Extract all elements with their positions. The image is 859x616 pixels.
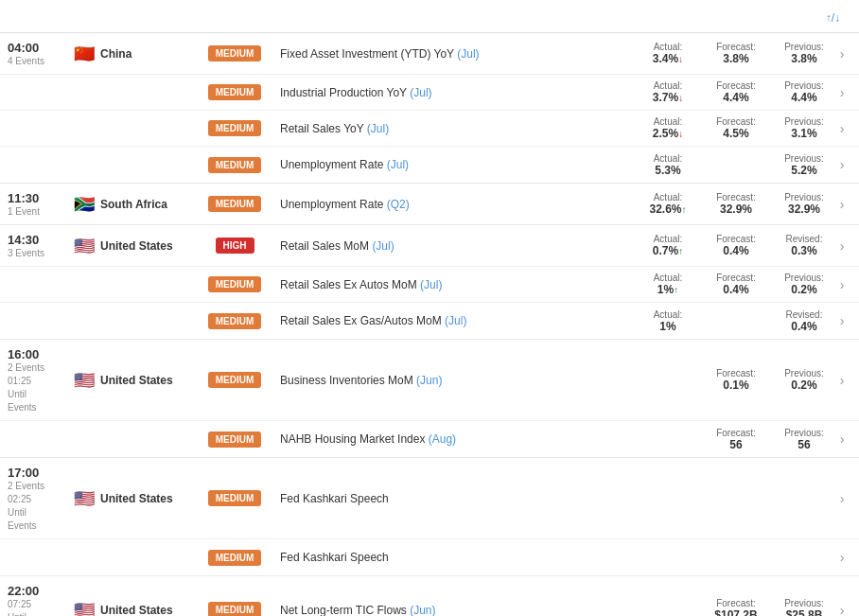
expand-chevron[interactable]: › [833,313,851,328]
expand-chevron[interactable]: › [833,550,851,565]
forecast-block: Forecast:4.4% [708,80,764,104]
actual-value: 2.5%↓ [640,127,696,140]
page-container: ↑/↓ 04:004 Events🇨🇳ChinaMEDIUMFixed Asse… [0,0,859,616]
stats-cell: Forecast:0.1%Previous:0.2% [568,368,833,392]
importance-cell: MEDIUM [197,45,272,62]
event-row[interactable]: 22:0007:25UntilEvent🇺🇸United StatesMEDIU… [0,576,859,616]
actual-block: Actual:2.5%↓ [640,116,696,140]
event-row[interactable]: 04:004 Events🇨🇳ChinaMEDIUMFixed Asset In… [0,33,859,75]
event-name: Unemployment Rate [280,198,383,211]
importance-cell: MEDIUM [197,276,272,292]
forecast-value: 4.5% [708,127,764,140]
event-name: Fed Kashkari Speech [280,492,389,505]
time-sub: 2 Events [8,361,74,375]
previous-value: 0.2% [776,378,833,392]
previous-block: Previous:32.9% [776,192,833,216]
importance-cell: MEDIUM [197,157,272,173]
importance-badge: HIGH [216,238,254,254]
event-row[interactable]: 11:301 Event🇿🇦South AfricaMEDIUMUnemploy… [0,184,859,224]
time-value: 22:00 [8,584,74,598]
flag-icon: 🇿🇦 [74,196,95,213]
event-name-cell: Fed Kashkari Speech [272,492,568,505]
expand-chevron[interactable]: › [833,373,851,388]
previous-value: 0.4% [776,320,833,333]
time-sub: 01:25 [8,375,74,388]
stats-cell: Actual:32.6%↑Forecast:32.9%Previous:32.9… [568,192,833,216]
previous-block: Previous:0.2% [776,273,833,296]
forecast-block: Forecast:$107.2B [708,598,764,616]
expand-chevron[interactable]: › [833,197,851,212]
expand-chevron[interactable]: › [833,491,851,506]
importance-badge: MEDIUM [208,276,262,292]
time-sub: 02:25 [8,493,74,506]
expand-chevron[interactable]: › [833,85,851,100]
stats-cell: Actual:3.4%↓Forecast:3.8%Previous:3.8% [568,42,833,65]
forecast-label: Forecast: [708,368,764,378]
importance-badge: MEDIUM [208,372,262,388]
expand-chevron[interactable]: › [833,431,851,447]
time-sub: 3 Events [8,247,74,260]
previous-label: Previous: [776,80,833,91]
event-row[interactable]: MEDIUMRetail Sales YoY (Jul)Actual:2.5%↓… [0,111,859,147]
event-name-cell: Unemployment Rate (Jul) [272,158,568,171]
actual-label: Actual: [640,192,696,202]
importance-cell: HIGH [197,238,272,254]
forecast-value: 56 [708,438,764,451]
country-name: United States [100,604,173,617]
expand-chevron[interactable]: › [833,277,851,292]
time-cell: 16:002 Events01:25UntilEvents [8,345,74,414]
expand-chevron[interactable]: › [833,603,851,617]
event-row[interactable]: MEDIUMFed Kashkari Speech› [0,539,859,575]
forecast-block: Forecast:32.9% [708,192,764,216]
previous-value: 3.1% [776,127,833,140]
event-row[interactable]: 14:303 Events🇺🇸United StatesHIGHRetail S… [0,225,859,267]
event-name: Fed Kashkari Speech [280,551,389,564]
event-row[interactable]: MEDIUMNAHB Housing Market Index (Aug)For… [0,421,859,457]
event-row[interactable]: 17:002 Events02:25UntilEvents🇺🇸United St… [0,458,859,539]
event-name: Net Long-term TIC Flows [280,604,407,617]
expand-chevron[interactable]: › [833,46,851,62]
event-name: Unemployment Rate [280,158,383,171]
event-period: (Jul) [367,122,389,135]
event-name-cell: Industrial Production YoY (Jul) [272,86,568,99]
previous-label: Previous: [776,428,833,438]
event-row[interactable]: MEDIUMUnemployment Rate (Jul)Actual:5.3%… [0,147,859,183]
forecast-label: Forecast: [708,273,764,283]
importance-cell: MEDIUM [197,84,272,100]
time-group: 16:002 Events01:25UntilEvents🇺🇸United St… [0,340,859,458]
event-row[interactable]: 16:002 Events01:25UntilEvents🇺🇸United St… [0,340,859,421]
forecast-block: Forecast:0.4% [708,273,764,296]
previous-block: Revised:0.3% [776,234,833,257]
previous-value: 5.2% [776,164,833,177]
event-period: (Jul) [387,158,409,171]
importance-badge: MEDIUM [208,490,262,506]
country-name: United States [100,239,173,253]
event-row[interactable]: MEDIUMRetail Sales Ex Gas/Autos MoM (Jul… [0,303,859,339]
event-row[interactable]: MEDIUMIndustrial Production YoY (Jul)Act… [0,75,859,111]
expand-chevron[interactable]: › [833,157,851,172]
time-sub: Until [8,611,74,616]
forecast-value: 0.4% [708,283,764,296]
time-cell: 11:301 Event [8,189,74,219]
country-cell: 🇺🇸United States [74,602,197,617]
actual-block: Actual:1% [640,309,696,333]
country-cell: 🇿🇦South Africa [74,196,197,213]
previous-block: Previous:56 [776,428,833,451]
event-period: (Aug) [429,432,456,446]
importance-cell: MEDIUM [197,120,272,136]
event-period: (Jul) [372,239,394,253]
event-row[interactable]: MEDIUMRetail Sales Ex Autos MoM (Jul)Act… [0,267,859,303]
time-sub: 4 Events [8,55,74,68]
country-cell: 🇺🇸United States [74,238,197,255]
event-name-cell: Business Inventories MoM (Jun) [272,374,568,387]
legend-arrows-icon: ↑/↓ [826,11,840,25]
stats-cell: Actual:3.7%↓Forecast:4.4%Previous:4.4% [568,80,833,104]
expand-chevron[interactable]: › [833,238,851,254]
event-name: Business Inventories MoM [280,374,413,387]
forecast-block: Forecast:56 [708,428,764,451]
importance-badge: MEDIUM [208,602,262,616]
importance-badge: MEDIUM [208,313,262,329]
time-value: 04:00 [8,41,74,55]
expand-chevron[interactable]: › [833,121,851,136]
importance-badge: MEDIUM [208,45,262,62]
